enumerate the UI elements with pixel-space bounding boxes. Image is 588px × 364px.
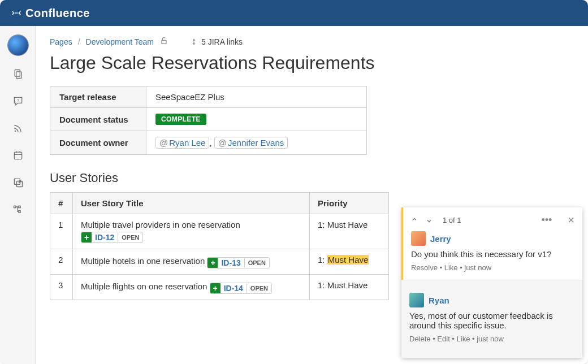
table-row: 3Multiple flights on one reservation +ID… <box>50 275 389 300</box>
jira-status: OPEN <box>244 258 269 267</box>
comment-count: 1 of 1 <box>443 216 461 224</box>
comment-author[interactable]: Jerry <box>430 234 451 244</box>
table-row: 1Multiple travel providers in one reserv… <box>50 214 389 249</box>
comment-close-icon[interactable]: × <box>568 214 574 226</box>
confluence-logo[interactable]: Confluence <box>10 7 90 20</box>
status-badge: COMPLETE <box>155 114 206 125</box>
inline-comment-popover: 1 of 1 ••• × JerryDo you think this is n… <box>401 207 582 358</box>
space-avatar[interactable] <box>8 35 28 55</box>
stories-header: User Story Title <box>73 193 310 214</box>
rss-icon[interactable] <box>10 120 27 137</box>
story-title: Multiple travel providers in one reserva… <box>81 220 240 229</box>
row-priority: 1: Must Have <box>310 275 389 300</box>
questions-icon[interactable]: ? <box>10 93 27 110</box>
meta-label: Target release <box>50 86 146 108</box>
jira-plus-icon: + <box>210 283 220 293</box>
jira-plus-icon: + <box>207 258 218 268</box>
sidebar: ? <box>0 26 36 364</box>
crumb-space[interactable]: Development Team <box>86 37 154 46</box>
table-row: 2Multiple hotels in one reservation +ID-… <box>50 249 389 275</box>
comment-body: Do you think this is necessary for v1? <box>411 249 574 259</box>
meta-label: Document owner <box>50 131 146 155</box>
meta-table: Target releaseSeeSpaceEZ PlusDocument st… <box>50 86 367 155</box>
comment-actions[interactable]: Resolve • Like • just now <box>411 263 574 272</box>
jira-key: ID-12 <box>92 233 118 242</box>
jira-plus-icon: + <box>81 232 92 242</box>
stories-header: # <box>50 193 73 214</box>
user-mention[interactable]: @Jennifer Evans <box>214 137 288 149</box>
jira-issue-link[interactable]: +ID-13OPEN <box>207 257 269 268</box>
meta-value: SeeSpaceEZ Plus <box>146 86 367 108</box>
svg-rect-9 <box>18 211 20 213</box>
svg-rect-7 <box>14 206 15 207</box>
comment-author[interactable]: Ryan <box>429 296 449 305</box>
comment-more-icon[interactable]: ••• <box>541 215 552 225</box>
jira-key: ID-14 <box>220 284 247 293</box>
svg-rect-4 <box>14 152 21 159</box>
confluence-icon <box>10 7 23 19</box>
shortcut-icon[interactable] <box>10 174 27 191</box>
row-title-cell: Multiple hotels in one reservation +ID-1… <box>73 249 310 275</box>
svg-rect-1 <box>16 72 21 79</box>
story-title: Multiple hotels in one reservation <box>81 256 207 266</box>
jira-icon <box>190 38 198 46</box>
unlock-icon[interactable] <box>159 36 168 47</box>
meta-label: Document status <box>50 108 146 131</box>
comment-body: Yes, most of our customer feedback is ar… <box>409 311 574 330</box>
meta-value: @Ryan Lee, @Jennifer Evans <box>146 131 367 155</box>
row-index: 1 <box>50 214 73 249</box>
svg-rect-5 <box>14 179 20 184</box>
svg-rect-8 <box>18 206 20 207</box>
story-title: Multiple flights on one reservation <box>81 281 210 291</box>
brand-text: Confluence <box>25 7 90 20</box>
breadcrumb: Pages / Development Team 5 JIRA links <box>50 36 572 47</box>
comment-prev-icon[interactable] <box>411 216 418 224</box>
row-title-cell: Multiple flights on one reservation +ID-… <box>73 275 310 300</box>
jira-issue-link[interactable]: +ID-14OPEN <box>210 283 272 294</box>
avatar[interactable] <box>409 293 424 307</box>
jira-key: ID-13 <box>218 258 244 267</box>
row-index: 3 <box>50 275 73 300</box>
comment-actions[interactable]: Delete • Edit • Like • just now <box>409 335 574 343</box>
crumb-pages[interactable]: Pages <box>50 37 72 46</box>
stories-table: #User Story TitlePriority 1Multiple trav… <box>50 192 389 300</box>
crumb-sep: / <box>78 37 80 46</box>
svg-rect-0 <box>15 70 20 77</box>
jira-status: OPEN <box>247 284 271 293</box>
page-title: Large Scale Reservations Requirements <box>50 53 572 73</box>
main-content: Pages / Development Team 5 JIRA links La… <box>36 26 588 364</box>
top-bar: Confluence <box>0 0 588 26</box>
user-mention[interactable]: @Ryan Lee <box>155 137 209 149</box>
pages-icon[interactable] <box>10 66 27 83</box>
section-user-stories: User Stories <box>50 171 572 185</box>
svg-point-3 <box>14 131 16 132</box>
avatar[interactable] <box>411 231 426 246</box>
row-priority: 1: Must Have <box>310 214 389 249</box>
row-index: 2 <box>50 249 73 275</box>
comment-next-icon[interactable] <box>426 216 433 224</box>
svg-text:?: ? <box>16 98 19 103</box>
jira-links-label: 5 JIRA links <box>201 37 243 46</box>
row-title-cell: Multiple travel providers in one reserva… <box>73 214 310 249</box>
svg-rect-10 <box>162 40 166 44</box>
calendar-icon[interactable] <box>10 147 27 164</box>
stories-header: Priority <box>310 193 389 214</box>
meta-value: COMPLETE <box>146 108 367 131</box>
tree-icon[interactable] <box>10 201 27 218</box>
jira-issue-link[interactable]: +ID-12OPEN <box>81 232 143 243</box>
jira-links[interactable]: 5 JIRA links <box>190 37 243 46</box>
jira-status: OPEN <box>118 233 142 242</box>
row-priority: 1: Must Have <box>310 249 389 275</box>
